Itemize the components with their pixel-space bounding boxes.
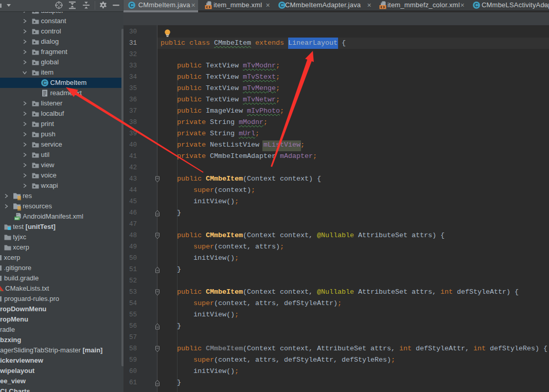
svg-text:C: C [43,80,47,86]
svg-text:C: C [130,2,134,8]
svg-text:C: C [280,2,284,8]
svg-text:C: C [474,2,479,8]
svg-text:MF: MF [15,217,20,220]
